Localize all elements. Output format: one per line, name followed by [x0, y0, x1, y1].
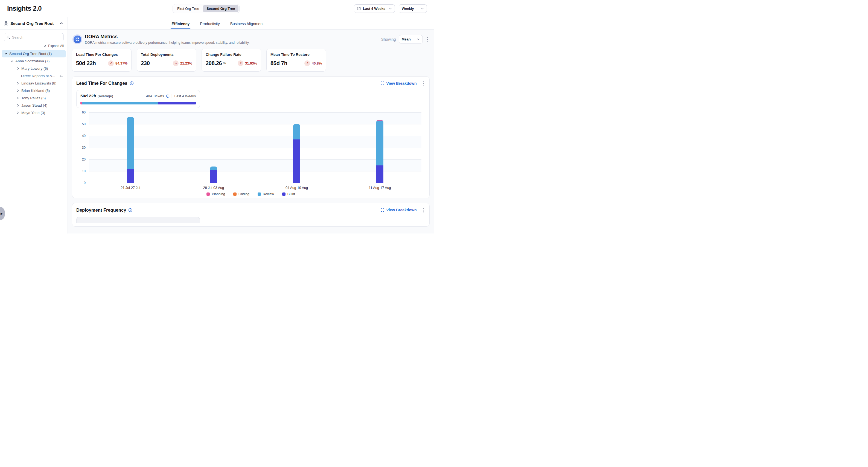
- tree-item-tony-pallas[interactable]: Tony Pallas (5): [0, 94, 67, 102]
- dora-metrics-header: DORA Metrics DORA metrics measure softwa…: [72, 34, 430, 45]
- org-tree-toggle: First Org Tree Second Org Tree: [173, 4, 240, 13]
- dora-cycle-icon: [73, 35, 81, 43]
- deployment-frequency-section: Deployment Frequency: [72, 203, 430, 227]
- legend-label: Build: [287, 192, 295, 196]
- review-segment: [127, 117, 134, 169]
- tab-productivity[interactable]: Productivity: [200, 22, 220, 29]
- info-icon[interactable]: [128, 208, 132, 212]
- expand-all-button[interactable]: Expand All: [4, 44, 64, 48]
- trend-up-icon: ↗: [304, 60, 310, 66]
- review-segment: [210, 166, 217, 170]
- tickets-count: 404 Tickets: [146, 94, 164, 98]
- sidebar-root-title: Second Org Tree Root: [10, 21, 57, 26]
- trend-up-icon: ↗: [108, 60, 114, 66]
- dora-kebab-menu[interactable]: [426, 36, 430, 43]
- granularity-value: Weekly: [402, 6, 414, 11]
- tree-item-label: Maya Yette (3): [21, 111, 45, 115]
- metric-value: 230: [141, 60, 150, 66]
- chevron-right-icon[interactable]: [17, 104, 20, 107]
- chevron-right-icon[interactable]: [17, 82, 20, 85]
- expand-corners-icon: [381, 208, 384, 212]
- granularity-select[interactable]: Weekly: [399, 4, 427, 13]
- sidebar-collapse-handle[interactable]: ▶: [0, 207, 5, 220]
- expand-all-label: Expand All: [48, 44, 64, 48]
- tree-item-label: Anna Scozzafava (7): [15, 59, 50, 63]
- view-breakdown-button[interactable]: View Breakdown: [381, 81, 416, 86]
- average-label: (Average): [98, 94, 113, 98]
- showing-value: Mean: [402, 37, 411, 41]
- view-breakdown-label: View Breakdown: [386, 208, 416, 212]
- legend-item-build: Build: [282, 192, 295, 196]
- chevron-down-icon: [417, 38, 420, 41]
- metric-card-change-failure-rate: Change Failure Rate 208.26 % ↗ 31.63%: [202, 49, 261, 72]
- metric-unit: %: [223, 61, 226, 65]
- build-segment: [293, 139, 300, 183]
- y-tick-label: 40: [82, 134, 86, 138]
- dora-metric-cards: Lead Time For Changes 50d 22h ↗ 84.37% T…: [72, 49, 430, 72]
- average-value: 50d 22h: [81, 94, 96, 98]
- y-tick-label: 0: [84, 181, 86, 185]
- view-breakdown-button[interactable]: View Breakdown: [381, 208, 416, 212]
- org-tree-icon: [4, 21, 8, 25]
- stacked-bar[interactable]: [210, 166, 217, 183]
- tree-item-lindsay-liszewski[interactable]: Lindsay Liszewski (8): [0, 80, 67, 87]
- chevron-right-icon[interactable]: [17, 67, 20, 70]
- info-icon[interactable]: [130, 81, 134, 85]
- tree-item-jason-stead[interactable]: Jason Stead (4): [0, 102, 67, 109]
- deployment-average-card-partial: [76, 217, 200, 223]
- section-title: Lead Time For Changes: [76, 81, 127, 86]
- chevron-right-icon[interactable]: [17, 96, 20, 99]
- review-segment: [293, 124, 300, 139]
- date-range-select[interactable]: Last 4 Weeks: [354, 4, 395, 13]
- legend-label: Coding: [239, 192, 249, 196]
- stacked-bar[interactable]: [127, 117, 134, 183]
- org-tree: Second Org Tree Root (1) Anna Scozzafava…: [0, 50, 67, 117]
- x-axis-label: 11 Aug-17 Aug: [369, 186, 391, 190]
- build-swatch: [282, 192, 285, 196]
- tab-business-alignment[interactable]: Business Alignment: [230, 22, 264, 29]
- lead-time-kebab-menu[interactable]: [421, 80, 426, 87]
- metric-title: Lead Time For Changes: [76, 53, 127, 57]
- stacked-bar[interactable]: [376, 120, 383, 183]
- toggle-second-org-tree[interactable]: Second Org Tree: [203, 5, 239, 12]
- stacked-bar[interactable]: [293, 124, 300, 183]
- tree-item-direct-reports[interactable]: Direct Reports of A...: [0, 72, 67, 80]
- legend-label: Review: [263, 192, 274, 196]
- metric-delta: ↗ 31.63%: [238, 60, 257, 66]
- tree-item-maya-yette[interactable]: Maya Yette (3): [0, 109, 67, 117]
- search-icon: [6, 35, 10, 39]
- tree-item-brian-kirkland[interactable]: Brian Kirkland (6): [0, 87, 67, 94]
- chevron-right-icon[interactable]: [17, 111, 20, 114]
- chevron-right-icon[interactable]: [17, 89, 20, 92]
- build-segment: [158, 102, 196, 104]
- dora-subtitle: DORA metrics measure software delivery p…: [85, 41, 250, 45]
- metric-value: 208.26: [206, 60, 222, 66]
- app-title: Insights 2.0: [7, 5, 41, 12]
- tree-item-mary-lowery[interactable]: Mary Lowery (6): [0, 65, 67, 72]
- tree-item-label: Second Org Tree Root (1): [9, 52, 52, 56]
- metric-delta: ↗ 40.8%: [304, 60, 322, 66]
- legend-item-review: Review: [258, 192, 274, 196]
- tree-item-label: Lindsay Liszewski (8): [21, 81, 56, 85]
- deployment-kebab-menu[interactable]: [421, 207, 426, 214]
- metric-card-total-deployments: Total Deployments 230 ↘ 21.23%: [137, 49, 196, 72]
- info-icon[interactable]: [166, 94, 169, 98]
- build-segment: [127, 169, 134, 183]
- chevron-down-icon: [389, 7, 392, 10]
- sliders-icon[interactable]: [60, 74, 63, 77]
- tab-efficiency[interactable]: Efficiency: [172, 22, 189, 29]
- toggle-first-org-tree[interactable]: First Org Tree: [174, 5, 203, 12]
- chevron-down-icon[interactable]: [10, 60, 13, 63]
- view-breakdown-label: View Breakdown: [386, 81, 416, 86]
- sidebar-collapse-chevron-up-icon[interactable]: [59, 21, 64, 26]
- tree-item-anna-scozzafava[interactable]: Anna Scozzafava (7): [0, 57, 67, 65]
- chevron-down-icon[interactable]: [4, 52, 7, 55]
- tree-item-second-org-tree-root[interactable]: Second Org Tree Root (1): [2, 50, 66, 57]
- date-range-value: Last 4 Weeks: [363, 6, 385, 11]
- org-tree-sidebar: Second Org Tree Root Expand All: [0, 17, 68, 234]
- search-input[interactable]: [12, 35, 61, 39]
- metric-title: Total Deployments: [141, 53, 192, 57]
- showing-label: Showing: [381, 37, 396, 41]
- top-header: Insights 2.0 First Org Tree Second Org T…: [0, 0, 434, 17]
- showing-select[interactable]: Mean: [399, 35, 423, 43]
